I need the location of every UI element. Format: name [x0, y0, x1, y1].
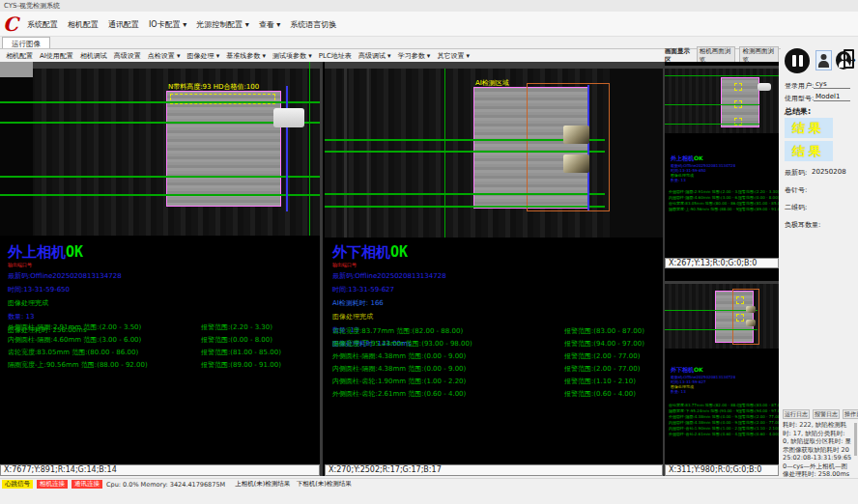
count-line: 数量: 13 — [671, 389, 735, 394]
green-vertical-line — [444, 69, 445, 238]
measurement-row: 外侧圆柱-齿轮:2.61mm 范围:(0.60 - 4.00) 报警范围:(0.… — [669, 432, 779, 437]
alarm-range-text: 报警范围:(81.00 - 85.00) — [201, 348, 281, 357]
toolbar-button[interactable]: 相机调试 — [80, 51, 107, 61]
logout-button[interactable]: → — [843, 48, 858, 71]
log-text: 耗时: 222, 缺陷检测耗时: 17, 缺陷分类耗时: 0, 缺陷提取分区耗时… — [783, 421, 852, 502]
green-vertical-line — [309, 62, 310, 236]
log-tab[interactable]: 报警日志 — [813, 409, 840, 419]
baseline-green-line — [0, 101, 320, 103]
measurement-text: 内侧圆柱-隔圈:4.60mm 范围:(3.00 - 6.00) — [8, 335, 201, 345]
camera-name: 外下相机 — [671, 366, 694, 373]
roi-box — [736, 296, 744, 304]
height-overlay-label: N带料高度:93 HD合格值:100 — [168, 82, 259, 92]
metal-part — [563, 154, 589, 173]
toolbar-button[interactable]: 学习参数 ▾ — [398, 51, 431, 61]
image-top-band — [0, 62, 320, 69]
tab-count-label: 负极耳数量: — [785, 220, 820, 230]
measurement-row: 内侧圆柱-齿轮:1.90mm 范围:(1.00 - 2.20) 报警范围:(1.… — [332, 375, 644, 387]
toolbar-button[interactable]: 高级设置 — [114, 51, 141, 61]
camera-result-title: 外上相机OK — [8, 243, 122, 262]
login-user-value: cys — [814, 80, 850, 89]
preview-result-title: 外上相机OK — [671, 154, 735, 163]
user-button[interactable] — [815, 50, 832, 70]
latest-code-label: 最新码: — [785, 168, 807, 178]
camera-view-lower[interactable]: AI检测区域 外下相机OK 输出端口号 最新码:Offline202502081… — [325, 62, 663, 464]
camera-name: 外下相机 — [332, 243, 390, 261]
camera-view-upper[interactable]: N带料高度:93 HD合格值:100 外上相机OK 输出端口号 最新码:Offl… — [0, 62, 320, 464]
barcode-line: 最新码:Offline2025020813134728 — [332, 271, 446, 281]
preview-result-title: 外下相机OK — [671, 366, 735, 375]
app-window: CYS-视觉检测系统 C 系统配置相机配置通讯配置IO卡配置 ▾光源控制配置 ▾… — [0, 0, 858, 504]
status-bar: 心跳信号 相机连接 通讯连接 Cpu: 0.0% Memory: 3424.41… — [0, 478, 858, 490]
window-title: CYS-视觉检测系统 — [4, 2, 60, 10]
measurement-text: 外侧圆柱-齿轮:2.61mm 范围:(0.60 - 4.00) — [332, 389, 564, 399]
metal-part — [746, 306, 756, 313]
toolbar-button[interactable]: 相机配置 — [6, 51, 33, 61]
result-box-upper: 结果 — [785, 118, 833, 138]
baseline-green-line — [0, 194, 320, 196]
roi-box — [736, 314, 744, 322]
baseline-green-line — [665, 124, 759, 125]
process-done-line: 图像处理完成 — [332, 312, 446, 322]
toolbar-button[interactable]: AI使用配置 — [40, 51, 73, 61]
coord-bar-lower: X:270;Y:2502;R:17;G:17;B:17 — [325, 464, 663, 476]
measurement-text: 齿轮宽度:83.77mm 范围:(82.00 - 88.00) — [332, 326, 564, 336]
product-region — [166, 91, 281, 207]
measurement-rows-upper: 外侧圆柱-隔圈:2.91mm 范围:(2.00 - 3.50) 报警范围:(2.… — [8, 321, 281, 371]
toolbar-button[interactable]: 基准线参数 ▾ — [226, 51, 266, 61]
measurement-row: 隔圈宽度-上:90.56mm 范围:(88.00 - 92.00) 报警范围:(… — [669, 207, 779, 212]
result-ok: OK — [694, 366, 703, 373]
menu-item[interactable]: 光源控制配置 ▾ — [196, 19, 249, 30]
log-tab[interactable]: 运行日志 — [783, 409, 810, 419]
log-tab[interactable]: 操作日志 — [843, 409, 858, 419]
log-scrollbar[interactable] — [854, 423, 857, 456]
cpu-memory-status: Cpu: 0.0% Memory: 3424.41796875M — [106, 481, 225, 489]
image-top-band — [325, 62, 663, 69]
menu-item[interactable]: 系统配置 — [27, 19, 58, 30]
toolbar-button[interactable]: 其它设置 ▾ — [437, 51, 470, 61]
preview-upper[interactable]: 外上相机OK 最新码:Offline2025020813134728 时间:13… — [665, 62, 779, 258]
alarm-range-text: 报警范围:(2.20 - 3.30) — [201, 322, 272, 332]
measurement-row: 齿轮宽度:83.77mm 范围:(82.00 - 88.00) 报警范围:(83… — [332, 324, 644, 337]
app-logo-icon: C — [3, 14, 24, 36]
alarm-range-text: 报警范围:(0.60 - 4.00) — [738, 432, 779, 437]
logout-arrow-icon: → — [848, 56, 856, 64]
detect-result-status: 上相机(未)检测结果 下相机(未)检测结果 — [235, 480, 352, 489]
toolbar-button[interactable]: 图像处理 ▾ — [187, 51, 220, 61]
menu-item[interactable]: 通讯配置 — [108, 19, 139, 30]
model-label: 使用型号: — [785, 94, 814, 103]
camera-image-upper: N带料高度:93 HD合格值:100 — [0, 62, 320, 236]
measurement-row: 外侧圆柱-隔圈:2.91mm 范围:(2.00 - 3.50) 报警范围:(2.… — [8, 321, 281, 333]
baseline-green-line — [0, 176, 320, 178]
measurement-text: 隔圈宽度-下:95.24mm 范围:(93.00 - 98.00) — [332, 339, 564, 349]
clamp-part — [273, 108, 304, 127]
pause-button[interactable] — [785, 48, 810, 73]
toolbar-button[interactable]: 测试项参数 ▾ — [272, 51, 312, 61]
preview-image — [665, 66, 779, 133]
measurement-text: 外侧圆柱-齿轮:2.61mm 范围:(0.60 - 4.00) — [669, 432, 738, 437]
alarm-range-text: 报警范围:(2.00 - 77.00) — [564, 351, 640, 361]
menu-item[interactable]: 系统语言切换 — [290, 19, 336, 30]
pause-icon — [799, 55, 803, 67]
alarm-range-text: 报警范围:(1.10 - 2.10) — [564, 377, 636, 386]
toolbar-button[interactable]: PLC地址表 — [319, 51, 352, 61]
clamp-part — [758, 83, 771, 91]
baseline-green-line — [325, 206, 605, 208]
menu-items: 系统配置相机配置通讯配置IO卡配置 ▾光源控制配置 ▾查看 ▾系统语言切换 — [27, 12, 336, 37]
result-ok: OK — [66, 243, 83, 261]
login-user-label: 登录用户: — [785, 81, 814, 91]
preview-lower[interactable]: 外下相机OK 最新码:Offline2025020813134728 时间:13… — [665, 269, 779, 464]
baseline-green-line — [665, 310, 758, 311]
time-line: 时间:13-31-59-650 — [8, 285, 122, 294]
menu-item[interactable]: 相机配置 — [68, 19, 99, 30]
toolbar-button[interactable]: 点检设置 ▾ — [148, 51, 181, 61]
preview-header: 画面显示区 相机画面浏览 检测画面浏览 — [665, 49, 779, 62]
menu-item[interactable]: 查看 ▾ — [259, 19, 281, 30]
toolbar-button[interactable]: 高级调试 ▾ — [358, 51, 391, 61]
ai-overlay-label: AI检测区域 — [475, 78, 509, 88]
baseline-green-line — [665, 104, 759, 105]
measurement-text: 内侧圆柱-隔圈:4.38mm 范围:(0.00 - 9.00) — [332, 364, 564, 374]
menu-item[interactable]: IO卡配置 ▾ — [149, 19, 186, 30]
result-box-lower: 结果 — [785, 141, 833, 161]
measurement-row: 内侧圆柱-隔圈:4.38mm 范围:(0.00 - 9.00) 报警范围:(2.… — [332, 362, 644, 375]
